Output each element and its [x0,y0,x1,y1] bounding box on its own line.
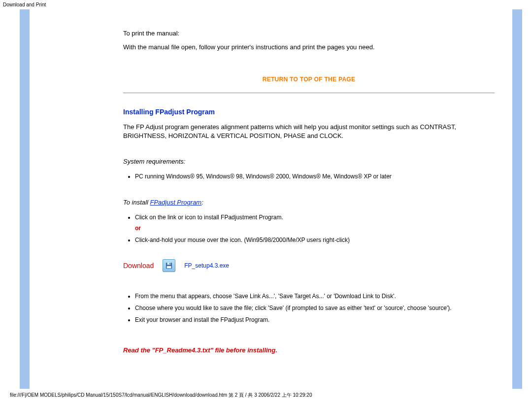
install-step1-text: Click on the link or icon to install FPa… [135,214,283,221]
return-to-top-link[interactable]: RETURN TO TOP OF THE PAGE [263,76,356,83]
content: To print the manual: With the manual fil… [123,29,495,354]
sysreq-list: PC running Windows® 95, Windows® 98, Win… [135,172,495,181]
install-label-prefix: To install [123,199,150,206]
sysreq-label: System requirements: [123,158,495,165]
svg-rect-3 [169,263,170,265]
menu-steps-list: From the menu that appears, choose 'Save… [135,292,495,324]
install-label: To install FPadjust Program: [123,199,495,206]
list-item: Choose where you would like to save the … [135,304,495,312]
readme-notice: Read the "FP_Readme4.3.txt" file before … [123,346,495,354]
floppy-disk-icon[interactable] [163,259,175,272]
fpadjust-desc: The FP Adjust program generates alignmen… [123,123,495,140]
install-label-suffix: : [201,199,203,206]
list-item: From the menu that appears, choose 'Save… [135,292,495,301]
breadcrumb: Download and Print [0,0,532,9]
print-instructions: With the manual file open, follow your p… [123,43,495,52]
download-file-link[interactable]: FP_setup4.3.exe [184,262,229,269]
page-wrap: To print the manual: With the manual fil… [0,9,532,389]
list-item: PC running Windows® 95, Windows® 98, Win… [135,172,495,181]
list-item: Click-and-hold your mouse over the icon.… [135,236,495,244]
fpadjust-program-link[interactable]: FPadjust Program [150,199,201,206]
download-label: Download [123,262,154,270]
print-heading: To print the manual: [123,29,495,38]
return-to-top: RETURN TO TOP OF THE PAGE [123,76,495,83]
list-item: Exit your browser and install the FPadju… [135,315,495,324]
download-row: Download FP_setup4.3.exe [123,259,495,272]
floppy-svg [166,262,172,269]
content-column: To print the manual: With the manual fil… [20,9,522,389]
section-title-fpadjust: Installing FPadjust Program [123,108,495,116]
install-steps-list: Click on the link or icon to install FPa… [135,213,495,244]
list-item: Click on the link or icon to install FPa… [135,213,495,233]
svg-rect-2 [167,266,171,268]
or-label: or [135,224,495,233]
footer-path: file:///F|/OEM MODELS/philips/CD Manual/… [0,389,532,405]
divider [123,93,495,93]
